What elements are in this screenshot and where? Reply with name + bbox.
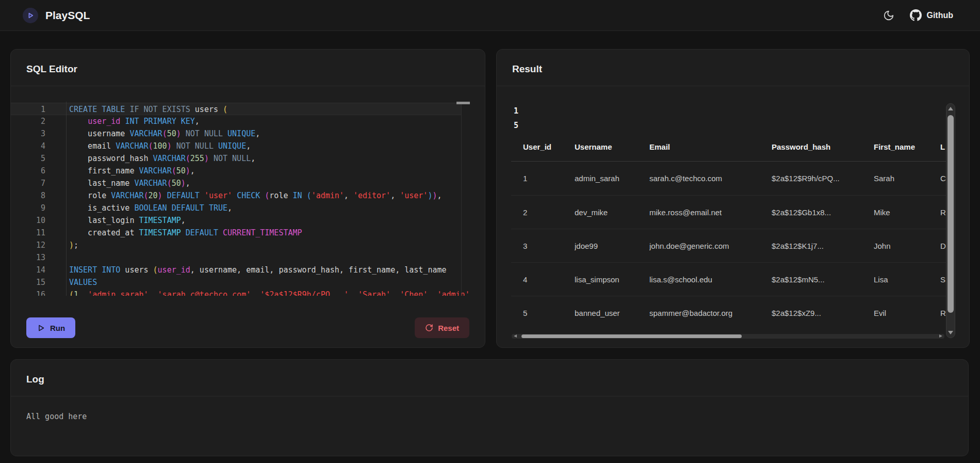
code-token: (: [144, 191, 149, 200]
code-token: ): [176, 129, 181, 138]
code-token: role: [269, 191, 292, 200]
github-link[interactable]: Github: [910, 9, 953, 21]
code-token: 100: [153, 141, 167, 151]
horizontal-scrollbar[interactable]: [512, 334, 944, 339]
code-token: ,: [428, 290, 437, 296]
moon-icon: [883, 10, 894, 21]
code-token: ): [167, 141, 172, 151]
table-cell: Lisa: [874, 275, 940, 284]
table-cell: admin_sarah: [575, 174, 649, 183]
code-token: 'user': [400, 191, 428, 200]
table-cell: R: [940, 208, 946, 217]
code-token: (: [153, 265, 158, 275]
code-line: 6 first_name VARCHAR(50),: [11, 165, 485, 177]
code-token: IF NOT EXISTS: [129, 105, 190, 114]
code-text: last_login TIMESTAMP,: [66, 214, 186, 227]
code-token: 255: [190, 154, 204, 163]
table-cell: Sarah: [874, 174, 940, 183]
log-title: Log: [11, 360, 968, 396]
code-line: 12);: [11, 239, 485, 251]
code-text: VALUES: [66, 276, 97, 289]
line-number: 2: [11, 115, 66, 127]
table-row: 3jdoe99john.doe@generic.com$2a$12$K1j7..…: [511, 229, 946, 262]
scrollbar-up-arrow-icon[interactable]: [948, 107, 953, 110]
table-cell: spammer@badactor.org: [649, 309, 772, 317]
code-token: , username, email, password_hash, first_…: [190, 265, 447, 275]
code-line: 2 user_id INT PRIMARY KEY,: [11, 115, 485, 127]
code-line: 5 password_hash VARCHAR(255) NOT NULL,: [11, 152, 485, 165]
result-status-line: 1: [514, 104, 969, 118]
table-row: 1admin_sarahsarah.c@techco.com$2a$12$R9h…: [511, 162, 946, 195]
code-text: (1, 'admin_sarah', 'sarah.c@techco.com',…: [66, 289, 470, 296]
sql-editor-title: SQL Editor: [11, 50, 485, 86]
code-token: ,: [251, 154, 255, 163]
line-number: 9: [11, 202, 66, 214]
code-token: 'admin': [312, 191, 344, 200]
code-token: DEFAULT: [167, 191, 200, 200]
editor-scrollbar-track: [461, 102, 462, 296]
code-token: ): [204, 154, 209, 163]
column-header: Email: [649, 142, 772, 151]
play-icon: [26, 11, 35, 20]
scrollbar-right-arrow-icon[interactable]: [939, 334, 942, 338]
code-token: user_id: [158, 265, 190, 275]
horizontal-scrollbar-thumb[interactable]: [521, 334, 742, 338]
table-cell: $2a$12$Gb1x8...: [772, 208, 874, 217]
reset-button[interactable]: Reset: [415, 317, 469, 338]
code-token: [200, 191, 204, 200]
table-cell: S: [940, 275, 946, 284]
code-token: ,: [255, 129, 260, 138]
code-token: (: [265, 191, 269, 200]
code-line: 13: [11, 251, 485, 264]
line-number: 16: [11, 289, 66, 296]
code-token: 'Sarah': [358, 290, 390, 296]
vertical-scrollbar-thumb[interactable]: [948, 115, 954, 313]
code-token: ;: [74, 241, 78, 250]
code-token: ): [69, 241, 74, 250]
editor-overview-mark[interactable]: [456, 102, 470, 104]
code-token: users: [190, 105, 223, 114]
code-token: 'sarah.c@techco.com': [158, 290, 251, 296]
code-token: ,: [246, 141, 251, 151]
vertical-scrollbar[interactable]: [946, 103, 955, 338]
code-token: [218, 228, 223, 237]
sql-code-editor[interactable]: 1CREATE TABLE IF NOT EXISTS users (2 use…: [11, 86, 485, 296]
table-cell: $2a$12$xZ9...: [772, 309, 874, 317]
code-token: CREATE TABLE: [69, 105, 125, 114]
table-cell: mike.ross@email.net: [649, 208, 772, 217]
code-token: [181, 129, 186, 138]
code-token: ,: [190, 166, 195, 175]
code-token: [223, 129, 227, 138]
code-token: 50: [176, 166, 186, 175]
code-token: NOT NULL: [186, 129, 223, 138]
code-token: [214, 141, 218, 151]
code-text: );: [66, 239, 78, 251]
code-token: IN: [293, 191, 302, 200]
result-table: User_idUsernameEmailPassword_hashFirst_n…: [511, 133, 946, 329]
line-number: 4: [11, 140, 66, 152]
code-token: VARCHAR: [129, 129, 162, 138]
table-cell: 5: [511, 309, 575, 317]
line-number: 10: [11, 214, 66, 227]
table-cell: lisa.s@school.edu: [649, 275, 772, 284]
table-cell: C: [940, 174, 946, 183]
code-token: ,: [78, 290, 88, 296]
code-token: VARCHAR: [116, 141, 148, 151]
scrollbar-left-arrow-icon[interactable]: [514, 334, 517, 338]
line-number: 5: [11, 152, 66, 165]
code-token: [181, 228, 186, 237]
code-token: 20: [149, 191, 158, 200]
editor-actions: Run Reset: [11, 296, 485, 338]
code-token: [162, 191, 167, 200]
table-cell: John: [874, 242, 940, 250]
code-token: (: [149, 141, 153, 151]
code-token: role: [69, 191, 111, 200]
scrollbar-down-arrow-icon[interactable]: [948, 331, 953, 334]
table-header-row: User_idUsernameEmailPassword_hashFirst_n…: [511, 133, 946, 162]
result-body: 1 5 User_idUsernameEmailPassword_hashFir…: [497, 86, 969, 346]
theme-toggle-button[interactable]: [882, 9, 895, 22]
code-text: email VARCHAR(100) NOT NULL UNIQUE,: [66, 140, 251, 152]
code-token: (: [172, 166, 176, 175]
brand-name: PlaySQL: [45, 9, 90, 22]
run-button[interactable]: Run: [26, 317, 75, 338]
